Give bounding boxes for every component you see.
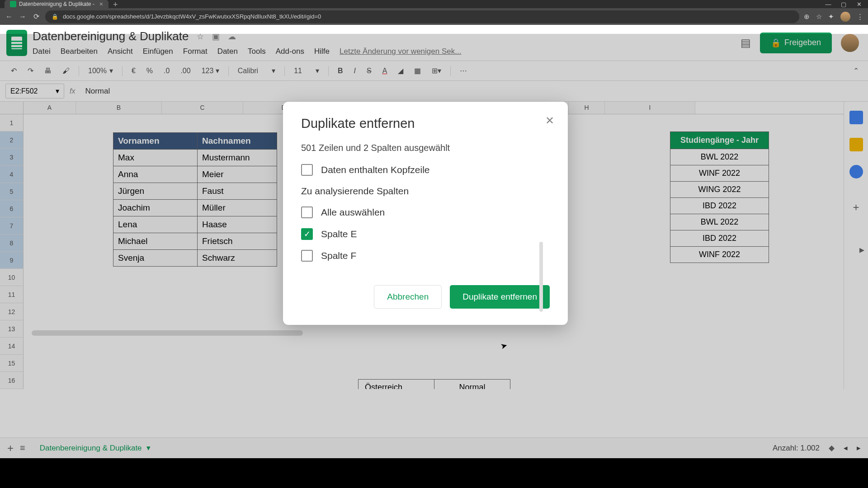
browser-tab-bar: Datenbereinigung & Duplikate - × + — ▢ ✕ xyxy=(0,0,868,8)
new-tab-button[interactable]: + xyxy=(108,0,123,8)
forward-icon[interactable]: → xyxy=(18,13,27,21)
remove-duplicates-button[interactable]: Duplikate entfernen xyxy=(450,285,550,309)
column-f-label: Spalte F xyxy=(321,250,356,261)
maximize-icon[interactable]: ▢ xyxy=(840,1,847,8)
header-row-label: Daten enthalten Kopfzeile xyxy=(321,164,430,175)
minimize-icon[interactable]: — xyxy=(825,1,832,8)
lock-icon: 🔒 xyxy=(52,14,58,20)
cancel-button[interactable]: Abbrechen xyxy=(374,285,442,309)
column-e-label: Spalte E xyxy=(321,229,357,239)
close-dialog-icon[interactable]: ✕ xyxy=(545,114,554,127)
sheets-favicon xyxy=(10,1,16,7)
close-tab-icon[interactable]: × xyxy=(99,0,103,8)
star-icon[interactable]: ☆ xyxy=(816,13,822,21)
columns-section-label: Zu analysierende Spalten xyxy=(301,186,550,197)
dialog-title: Duplikate entfernen xyxy=(301,116,550,131)
select-all-checkbox[interactable] xyxy=(301,206,313,218)
tab-title: Datenbereinigung & Duplikate - xyxy=(19,1,94,7)
url-text: docs.google.com/spreadsheets/d/1Jevzbkqc… xyxy=(63,13,321,20)
extensions-icon[interactable]: ✦ xyxy=(828,13,834,21)
browser-tab[interactable]: Datenbereinigung & Duplikate - × xyxy=(5,0,108,8)
remove-duplicates-dialog: Duplikate entfernen ✕ 501 Zeilen und 2 S… xyxy=(283,102,568,325)
window-controls: — ▢ ✕ xyxy=(819,0,868,8)
nav-bar: ← → ⟳ 🔒 docs.google.com/spreadsheets/d/1… xyxy=(0,8,868,25)
back-icon[interactable]: ← xyxy=(5,13,14,21)
url-bar[interactable]: 🔒 docs.google.com/spreadsheets/d/1Jevzbk… xyxy=(45,10,799,23)
dialog-scrollbar[interactable] xyxy=(539,242,543,312)
reload-icon[interactable]: ⟳ xyxy=(32,12,41,21)
browser-avatar[interactable] xyxy=(840,12,850,22)
select-all-label: Alle auswählen xyxy=(321,207,385,218)
header-row-checkbox[interactable] xyxy=(301,164,313,176)
zoom-icon[interactable]: ⊕ xyxy=(804,13,810,21)
close-window-icon[interactable]: ✕ xyxy=(855,1,863,8)
browser-menu-icon[interactable]: ⋮ xyxy=(857,13,863,21)
column-f-checkbox[interactable] xyxy=(301,250,313,262)
selection-info: 501 Zeilen und 2 Spalten ausgewählt xyxy=(301,143,550,153)
column-e-checkbox[interactable]: ✓ xyxy=(301,228,313,240)
